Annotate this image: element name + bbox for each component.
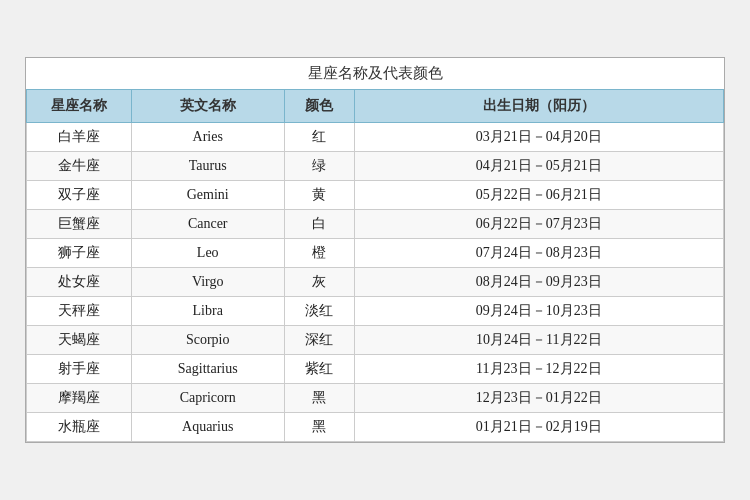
zodiac-table: 星座名称 英文名称 颜色 出生日期（阳历） 白羊座Aries红03月21日－04… (26, 89, 724, 442)
cell-color: 红 (284, 123, 354, 152)
cell-color: 橙 (284, 239, 354, 268)
cell-zh: 水瓶座 (27, 413, 132, 442)
table-row: 白羊座Aries红03月21日－04月20日 (27, 123, 724, 152)
cell-zh: 摩羯座 (27, 384, 132, 413)
cell-date: 04月21日－05月21日 (354, 152, 723, 181)
header-date: 出生日期（阳历） (354, 90, 723, 123)
table-row: 巨蟹座Cancer白06月22日－07月23日 (27, 210, 724, 239)
cell-date: 11月23日－12月22日 (354, 355, 723, 384)
cell-color: 黄 (284, 181, 354, 210)
cell-color: 白 (284, 210, 354, 239)
cell-zh: 处女座 (27, 268, 132, 297)
cell-en: Aries (131, 123, 284, 152)
cell-en: Gemini (131, 181, 284, 210)
cell-en: Libra (131, 297, 284, 326)
cell-date: 06月22日－07月23日 (354, 210, 723, 239)
cell-date: 09月24日－10月23日 (354, 297, 723, 326)
cell-color: 黑 (284, 384, 354, 413)
table-row: 天秤座Libra淡红09月24日－10月23日 (27, 297, 724, 326)
cell-en: Virgo (131, 268, 284, 297)
table-row: 金牛座Taurus绿04月21日－05月21日 (27, 152, 724, 181)
cell-zh: 天秤座 (27, 297, 132, 326)
cell-en: Cancer (131, 210, 284, 239)
table-header-row: 星座名称 英文名称 颜色 出生日期（阳历） (27, 90, 724, 123)
cell-zh: 狮子座 (27, 239, 132, 268)
header-en: 英文名称 (131, 90, 284, 123)
cell-date: 08月24日－09月23日 (354, 268, 723, 297)
cell-date: 05月22日－06月21日 (354, 181, 723, 210)
cell-zh: 天蝎座 (27, 326, 132, 355)
cell-en: Sagittarius (131, 355, 284, 384)
cell-en: Aquarius (131, 413, 284, 442)
table-row: 射手座Sagittarius紫红11月23日－12月22日 (27, 355, 724, 384)
table-row: 处女座Virgo灰08月24日－09月23日 (27, 268, 724, 297)
cell-en: Scorpio (131, 326, 284, 355)
header-color: 颜色 (284, 90, 354, 123)
cell-color: 黑 (284, 413, 354, 442)
page-title: 星座名称及代表颜色 (26, 58, 724, 89)
table-row: 天蝎座Scorpio深红10月24日－11月22日 (27, 326, 724, 355)
cell-zh: 金牛座 (27, 152, 132, 181)
cell-date: 01月21日－02月19日 (354, 413, 723, 442)
cell-zh: 巨蟹座 (27, 210, 132, 239)
cell-en: Capricorn (131, 384, 284, 413)
cell-date: 10月24日－11月22日 (354, 326, 723, 355)
table-row: 狮子座Leo橙07月24日－08月23日 (27, 239, 724, 268)
cell-date: 03月21日－04月20日 (354, 123, 723, 152)
main-container: 星座名称及代表颜色 星座名称 英文名称 颜色 出生日期（阳历） 白羊座Aries… (25, 57, 725, 443)
cell-en: Leo (131, 239, 284, 268)
cell-color: 淡红 (284, 297, 354, 326)
cell-color: 灰 (284, 268, 354, 297)
cell-color: 绿 (284, 152, 354, 181)
cell-zh: 双子座 (27, 181, 132, 210)
cell-color: 紫红 (284, 355, 354, 384)
cell-en: Taurus (131, 152, 284, 181)
cell-zh: 白羊座 (27, 123, 132, 152)
cell-date: 07月24日－08月23日 (354, 239, 723, 268)
table-body: 白羊座Aries红03月21日－04月20日金牛座Taurus绿04月21日－0… (27, 123, 724, 442)
table-row: 水瓶座Aquarius黑01月21日－02月19日 (27, 413, 724, 442)
table-row: 双子座Gemini黄05月22日－06月21日 (27, 181, 724, 210)
cell-date: 12月23日－01月22日 (354, 384, 723, 413)
header-zh: 星座名称 (27, 90, 132, 123)
cell-zh: 射手座 (27, 355, 132, 384)
table-row: 摩羯座Capricorn黑12月23日－01月22日 (27, 384, 724, 413)
cell-color: 深红 (284, 326, 354, 355)
